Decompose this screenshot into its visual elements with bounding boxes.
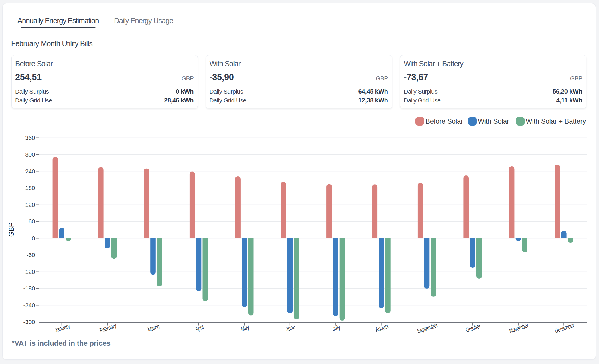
svg-text:-180: -180 (23, 285, 35, 292)
svg-text:April: April (194, 323, 204, 333)
svg-text:120: 120 (25, 201, 35, 208)
svg-text:GBP: GBP (7, 223, 15, 237)
svg-text:360: 360 (25, 134, 35, 141)
svg-text:0: 0 (32, 235, 35, 242)
svg-text:July: July (332, 323, 341, 333)
svg-text:February: February (99, 322, 117, 334)
svg-text:-300: -300 (23, 318, 35, 325)
svg-text:-240: -240 (23, 302, 35, 308)
svg-text:300: 300 (25, 151, 35, 158)
svg-text:October: October (465, 322, 481, 334)
svg-text:-60: -60 (27, 252, 35, 258)
svg-text:November: November (508, 321, 529, 334)
svg-text:180: 180 (25, 185, 35, 191)
svg-text:May: May (240, 323, 250, 333)
svg-text:December: December (554, 321, 575, 334)
svg-text:August: August (375, 323, 389, 333)
svg-text:March: March (147, 323, 160, 333)
svg-text:240: 240 (25, 168, 35, 175)
svg-text:-120: -120 (23, 268, 35, 275)
svg-text:60: 60 (28, 218, 35, 225)
svg-text:June: June (285, 323, 296, 333)
svg-text:September: September (416, 321, 438, 335)
svg-text:January: January (54, 322, 71, 334)
